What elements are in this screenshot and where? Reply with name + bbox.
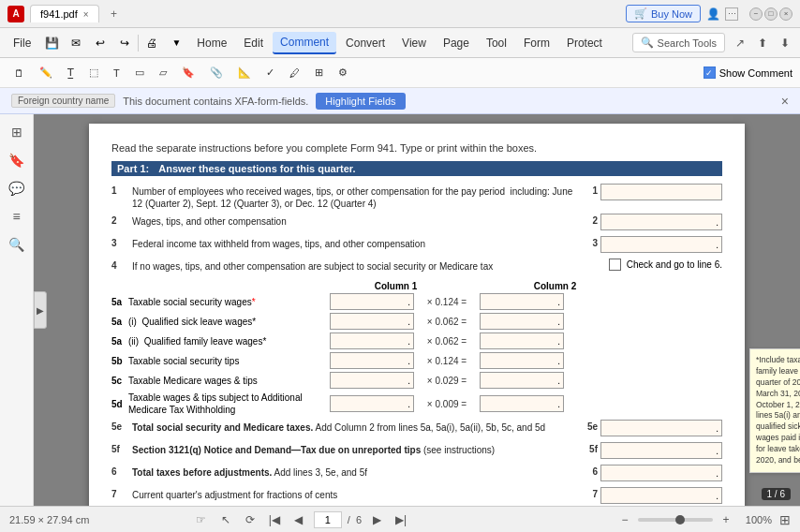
menu-comment[interactable]: Comment [273,32,336,54]
row-2-input[interactable]: . [600,214,722,230]
new-tab-button[interactable]: + [105,5,124,23]
row-5e-input[interactable]: . [600,420,722,436]
menu-file[interactable]: File [6,33,38,53]
menu-home[interactable]: Home [189,33,234,53]
document-tab[interactable]: f941.pdf × [30,5,99,22]
cursor-tool-button[interactable]: ↖ [216,510,235,529]
row-5c-col2-dot: . [557,376,560,386]
row-5b-mult: × 0.124 = [414,356,480,366]
row-1-input[interactable] [600,184,722,200]
highlight-tool[interactable]: ✏️ [33,63,59,82]
row-5d-col1[interactable]: . [330,395,414,412]
row-5a-col2[interactable]: . [480,293,564,310]
first-page-button[interactable]: |◀ [265,510,284,529]
callout-tool[interactable]: ▱ [153,63,173,82]
row-4-checkbox[interactable] [609,259,621,271]
zoom-out-button[interactable]: − [615,510,634,529]
external-link-icon[interactable]: ↗ [731,34,749,52]
show-comment-checkbox[interactable]: ✓ [704,66,716,79]
row-5e-desc: Total social security and Medicare taxes… [128,420,585,434]
form-row-7: 7 Current quarter's adjustment for fract… [111,487,722,506]
overflow-menu-button[interactable]: ⋯ [725,7,738,21]
row-5a-desc: Taxable social security wages* [128,297,330,307]
row-5f-num: 5f [111,442,128,454]
manage-tool[interactable]: ⚙ [332,63,354,82]
print-options-icon[interactable]: ▼ [165,32,187,54]
next-page-button[interactable]: ▶ [367,510,386,529]
minimize-button[interactable]: − [749,7,763,21]
mark-tool[interactable]: ✓ [259,63,281,82]
row-5ai-col1[interactable]: . [330,313,414,330]
row-6-input[interactable]: . [600,465,722,481]
upload-icon[interactable]: ⬆ [753,34,772,52]
col1-header: Column 1 [351,281,440,291]
sidebar-collapse-arrow[interactable]: ▶ [34,291,47,329]
sidebar-layers-icon[interactable]: ≡ [5,204,29,229]
text-tool[interactable]: T [107,64,126,82]
stamp-tool[interactable]: 🔖 [175,63,201,82]
document-page[interactable]: Read the separate instructions before yo… [34,114,800,506]
row-5c-col2[interactable]: . [480,372,564,389]
highlight-fields-button[interactable]: Highlight Fields [316,93,405,110]
group-tool[interactable]: ⊞ [308,63,330,82]
show-comment-toggle[interactable]: ✓ Show Comment [704,66,793,79]
menu-convert[interactable]: Convert [338,33,393,53]
foreign-country-label: Foreign country name [11,94,115,108]
row-5aii-col1[interactable]: . [330,332,414,349]
row-5a-col1[interactable]: . [330,293,414,310]
save-icon[interactable]: 💾 [40,32,63,54]
text-box-tool[interactable]: ▭ [128,63,151,82]
row-5f-input[interactable]: . [600,442,722,459]
down-icon[interactable]: ⬇ [776,34,794,52]
measure-tool[interactable]: 📐 [231,63,258,82]
prev-page-button[interactable]: ◀ [289,510,308,529]
page-number-input[interactable] [314,511,342,528]
row-5ai-col2[interactable]: . [480,313,564,330]
row-7-input[interactable]: . [600,487,722,504]
shape-tool[interactable]: ⬚ [82,63,105,82]
zoom-in-button[interactable]: + [717,510,735,529]
row-5aii-num: 5a [111,336,128,347]
row-5b-col2[interactable]: . [480,352,564,369]
zoom-thumb[interactable] [675,515,685,525]
menu-protect[interactable]: Protect [559,33,610,53]
account-icon[interactable]: 👤 [704,6,721,22]
sidebar-pages-icon[interactable]: ⊞ [5,120,29,144]
redo-icon[interactable]: ↪ [113,32,136,54]
text-markup-tool[interactable]: T̲ [61,63,81,82]
row-5aii-col2[interactable]: . [480,332,564,349]
menu-tool[interactable]: Tool [479,33,514,53]
xfa-close-button[interactable]: × [781,94,789,109]
signature-tool[interactable]: 🖊 [283,64,306,82]
sidebar-bookmarks-icon[interactable]: 🔖 [5,148,29,172]
tab-close-button[interactable]: × [83,9,89,20]
menu-form[interactable]: Form [516,33,557,53]
row-3-desc: Federal income tax withheld from wages, … [128,236,585,250]
row-5b-col1[interactable]: . [330,352,414,369]
row-5c-col1[interactable]: . [330,372,414,389]
row-5b-desc: Taxable social security tips [128,356,330,366]
sidebar-search-icon[interactable]: 🔍 [5,232,29,257]
last-page-button[interactable]: ▶| [392,510,410,529]
attach-tool[interactable]: 📎 [203,63,230,82]
menu-view[interactable]: View [394,33,434,53]
row-5a-col2-dot: . [557,297,560,307]
rotate-tool-button[interactable]: ⟳ [241,510,259,529]
fit-page-button[interactable]: ⊞ [779,512,791,527]
email-icon[interactable]: ✉ [65,32,87,54]
close-button[interactable]: × [779,7,793,21]
buy-now-button[interactable]: 🛒 Buy Now [626,5,701,22]
row-5aii-col1-dot: . [407,336,410,347]
hand-tool-button[interactable]: ☞ [192,510,211,529]
zoom-slider[interactable] [638,518,713,522]
sticky-note-tool[interactable]: 🗒 [7,64,31,82]
menu-page[interactable]: Page [436,33,477,53]
undo-icon[interactable]: ↩ [89,32,111,54]
print-icon[interactable]: 🖨 [141,32,163,54]
menu-edit[interactable]: Edit [236,33,271,53]
sidebar-comments-icon[interactable]: 💬 [5,176,29,200]
maximize-button[interactable]: □ [764,7,778,21]
row-5d-col2[interactable]: . [480,395,564,412]
search-tools-bar[interactable]: 🔍 Search Tools [632,33,725,52]
row-3-input[interactable]: . [600,236,722,253]
